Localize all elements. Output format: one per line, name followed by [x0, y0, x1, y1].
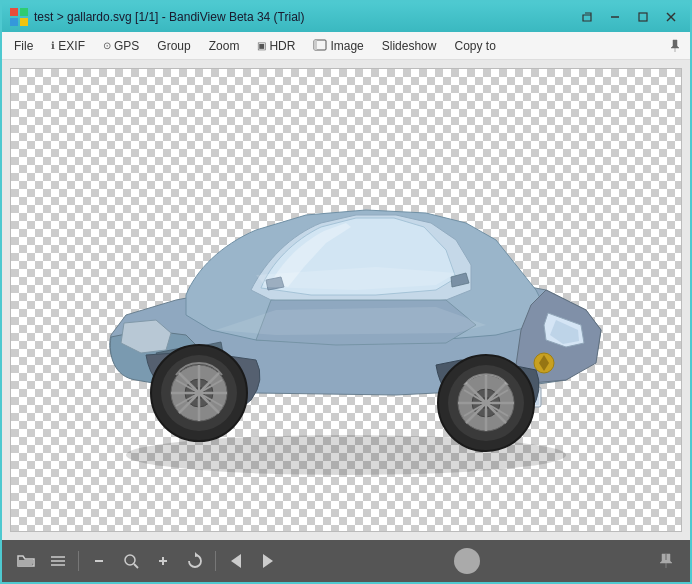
open-folder-icon — [17, 553, 35, 569]
svg-marker-46 — [231, 554, 241, 568]
rotate-button[interactable] — [181, 547, 209, 575]
menu-gps-label: GPS — [114, 39, 139, 53]
app-logo — [10, 8, 28, 26]
menu-file-label: File — [14, 39, 33, 53]
zoom-fit-icon — [123, 553, 139, 569]
menu-zoom-label: Zoom — [209, 39, 240, 53]
menu-slideshow-label: Slideshow — [382, 39, 437, 53]
thumbnail-slider[interactable] — [454, 548, 480, 574]
menu-exif-label: EXIF — [58, 39, 85, 53]
open-folder-button[interactable] — [12, 547, 40, 575]
zoom-fit-button[interactable] — [117, 547, 145, 575]
svg-rect-0 — [10, 8, 18, 16]
close-icon — [665, 11, 677, 23]
svg-line-42 — [134, 564, 138, 568]
bottom-toolbar — [2, 540, 690, 582]
toolbar-separator-1 — [78, 551, 79, 571]
menubar: File ℹ EXIF ⊙ GPS Group Zoom ▣ HDR — [2, 32, 690, 60]
menu-exif[interactable]: ℹ EXIF — [43, 35, 93, 57]
restore-icon — [581, 11, 593, 23]
titlebar: test > gallardo.svg [1/1] - BandiView Be… — [2, 2, 690, 32]
next-icon — [261, 552, 275, 570]
image-container — [10, 68, 682, 532]
image-icon — [313, 39, 327, 53]
minimize-button[interactable] — [604, 6, 626, 28]
svg-rect-1 — [20, 8, 28, 16]
next-button[interactable] — [254, 547, 282, 575]
menu-copyto-label: Copy to — [454, 39, 495, 53]
minimize-icon — [609, 11, 621, 23]
maximize-icon — [637, 11, 649, 23]
maximize-button[interactable] — [632, 6, 654, 28]
main-window: test > gallardo.svg [1/1] - BandiView Be… — [0, 0, 692, 584]
menu-hdr-label: HDR — [269, 39, 295, 53]
svg-point-41 — [125, 555, 135, 565]
svg-rect-5 — [639, 13, 647, 21]
zoom-in-button[interactable] — [149, 547, 177, 575]
menu-copyto[interactable]: Copy to — [446, 35, 503, 57]
menu-group[interactable]: Group — [149, 35, 198, 57]
pin-icon — [668, 39, 682, 53]
prev-icon — [229, 552, 243, 570]
zoom-out-button[interactable] — [85, 547, 113, 575]
menu-hdr[interactable]: ▣ HDR — [249, 35, 303, 57]
toolbar-separator-2 — [215, 551, 216, 571]
svg-rect-9 — [314, 40, 317, 50]
svg-rect-2 — [10, 18, 18, 26]
close-button[interactable] — [660, 6, 682, 28]
menu-zoom[interactable]: Zoom — [201, 35, 248, 57]
svg-rect-3 — [20, 18, 28, 26]
restore-button[interactable] — [576, 6, 598, 28]
car-image — [56, 115, 636, 485]
zoom-in-icon — [155, 553, 171, 569]
toolbar-pin-button[interactable] — [652, 547, 680, 575]
prev-button[interactable] — [222, 547, 250, 575]
hdr-icon: ▣ — [257, 40, 266, 51]
list-icon — [49, 553, 67, 569]
zoom-out-icon — [91, 553, 107, 569]
menu-pin-button[interactable] — [664, 35, 686, 57]
image-area — [2, 60, 690, 540]
gps-icon: ⊙ — [103, 40, 111, 51]
rotate-icon — [186, 552, 204, 570]
toolbar-pin-icon — [658, 553, 674, 569]
file-list-button[interactable] — [44, 547, 72, 575]
menu-file[interactable]: File — [6, 35, 41, 57]
menu-image-label: Image — [330, 39, 363, 53]
menu-image[interactable]: Image — [305, 35, 371, 57]
svg-marker-47 — [263, 554, 273, 568]
menu-gps[interactable]: ⊙ GPS — [95, 35, 147, 57]
window-controls — [576, 6, 682, 28]
info-icon: ℹ — [51, 40, 55, 51]
menu-group-label: Group — [157, 39, 190, 53]
window-title: test > gallardo.svg [1/1] - BandiView Be… — [34, 10, 576, 24]
menu-slideshow[interactable]: Slideshow — [374, 35, 445, 57]
